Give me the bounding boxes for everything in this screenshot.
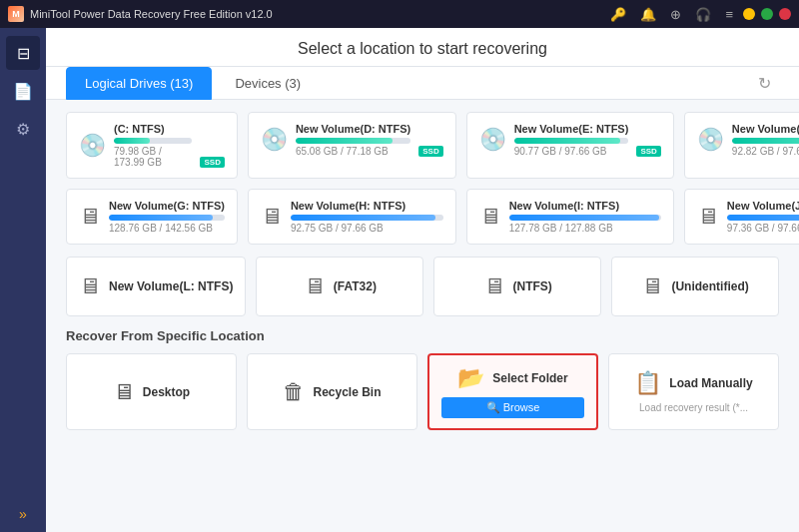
drive-info: New Volume(J: NTFS) 97.36 GB / 97.66 GB	[727, 200, 799, 234]
titlebar: M MiniTool Power Data Recovery Free Edit…	[0, 0, 799, 28]
tab-bar: Logical Drives (13) Devices (3) ↻	[46, 67, 799, 100]
tab-logical-drives[interactable]: Logical Drives (13)	[66, 67, 212, 100]
drive-bar	[109, 215, 225, 221]
scan-icon: ⊟	[17, 44, 30, 63]
drive-size: 79.98 GB / 173.99 GB	[114, 146, 192, 168]
drive-card-j[interactable]: 🖥 New Volume(J: NTFS) 97.36 GB / 97.66 G…	[684, 189, 799, 245]
drive-icon: 🖥	[79, 204, 101, 230]
recycle-name: Recycle Bin	[313, 385, 381, 399]
drive-icon: 🖥	[483, 273, 505, 299]
drive-name: New Volume(I: NTFS)	[509, 200, 661, 212]
drive-name: (C: NTFS)	[114, 123, 192, 135]
drive-card-unidentified[interactable]: 🖥 (Unidentified)	[611, 257, 779, 316]
close-button[interactable]	[779, 8, 791, 20]
drive-icon: 🖥	[641, 273, 663, 299]
page-header: Select a location to start recovering	[46, 28, 799, 67]
drive-card-l[interactable]: 🖥 New Volume(L: NTFS)	[66, 257, 246, 316]
drive-icon: 💿	[79, 133, 106, 159]
app-icon: M	[8, 6, 24, 22]
sidebar-btn-scan[interactable]: ⊟	[6, 36, 40, 70]
page-title: Select a location to start recovering	[298, 40, 547, 57]
drive-icon: 💿	[261, 127, 288, 153]
drive-name: New Volume(H: NTFS)	[291, 200, 443, 212]
drive-name: New Volume(L: NTFS)	[109, 279, 233, 293]
sidebar-btn-results[interactable]: 📄	[6, 74, 40, 108]
maximize-button[interactable]	[761, 8, 773, 20]
drive-size: 65.08 GB / 77.18 GB	[296, 146, 410, 157]
sidebar-btn-settings[interactable]: ⚙	[6, 112, 40, 146]
ssd-badge: SSD	[200, 157, 224, 168]
drive-bar	[296, 138, 410, 144]
drive-size: 90.77 GB / 97.66 GB	[514, 146, 629, 157]
drive-bar	[291, 215, 443, 221]
headphone-icon[interactable]: 🎧	[691, 5, 715, 24]
circle-icon[interactable]: ⊕	[666, 5, 685, 24]
drive-name: New Volume(E: NTFS)	[514, 123, 629, 135]
load-manually-desc: Load recovery result (*...	[639, 402, 748, 413]
drive-icon: 💿	[697, 127, 724, 153]
refresh-button[interactable]: ↻	[750, 70, 779, 97]
ssd-badge: SSD	[636, 146, 660, 157]
location-card-recycle[interactable]: 🗑 Recycle Bin	[247, 353, 417, 430]
desktop-icon: 🖥	[113, 379, 135, 405]
location-card-desktop[interactable]: 🖥 Desktop	[66, 353, 237, 430]
load-manually-name: Load Manually	[669, 376, 752, 390]
drive-name: (NTFS)	[513, 279, 552, 293]
location-card-load-manually[interactable]: 📋 Load Manually Load recovery result (*.…	[608, 353, 779, 430]
drive-size: 97.36 GB / 97.66 GB	[727, 223, 799, 234]
expand-arrows-icon[interactable]: »	[19, 506, 27, 522]
drive-size: 92.75 GB / 97.66 GB	[291, 223, 443, 234]
drive-size: 128.76 GB / 142.56 GB	[109, 223, 225, 234]
drive-icon: 🖥	[79, 273, 101, 299]
drives-grid-text: 🖥 New Volume(L: NTFS) 🖥 (FAT32) 🖥 (NTFS)…	[66, 257, 779, 316]
menu-icon[interactable]: ≡	[721, 5, 737, 24]
drives-area: 💿 (C: NTFS) 79.98 GB / 173.99 GB SSD 💿 N…	[46, 100, 799, 532]
app-title: MiniTool Power Data Recovery Free Editio…	[30, 8, 606, 20]
drive-bar	[509, 215, 661, 221]
drive-card-i[interactable]: 🖥 New Volume(I: NTFS) 127.78 GB / 127.88…	[466, 189, 674, 245]
drive-bar	[514, 138, 629, 144]
drive-card-ntfs[interactable]: 🖥 (NTFS)	[433, 257, 601, 316]
drive-name: (FAT32)	[334, 279, 377, 293]
drive-info: (C: NTFS) 79.98 GB / 173.99 GB	[114, 123, 192, 168]
drive-card-g[interactable]: 🖥 New Volume(G: NTFS) 128.76 GB / 142.56…	[66, 189, 238, 245]
drive-name: New Volume(J: NTFS)	[727, 200, 799, 212]
drive-card-h[interactable]: 🖥 New Volume(H: NTFS) 92.75 GB / 97.66 G…	[248, 189, 456, 245]
bell-icon[interactable]: 🔔	[636, 5, 660, 24]
drive-name: New Volume(G: NTFS)	[109, 200, 225, 212]
drive-card-c[interactable]: 💿 (C: NTFS) 79.98 GB / 173.99 GB SSD	[66, 112, 238, 179]
drive-card-f[interactable]: 💿 New Volume(F: NTFS) 92.82 GB / 97.66 G…	[684, 112, 799, 179]
drive-icon: 🖥	[261, 204, 283, 230]
desktop-name: Desktop	[143, 385, 190, 399]
drive-bar	[732, 138, 799, 144]
drive-card-e[interactable]: 💿 New Volume(E: NTFS) 90.77 GB / 97.66 G…	[466, 112, 674, 179]
minimize-button[interactable]	[743, 8, 755, 20]
drive-icon: 💿	[479, 127, 506, 153]
drive-info: New Volume(D: NTFS) 65.08 GB / 77.18 GB	[296, 123, 410, 157]
load-manually-icon: 📋	[634, 370, 661, 396]
drive-info: New Volume(I: NTFS) 127.78 GB / 127.88 G…	[509, 200, 661, 234]
settings-icon: ⚙	[16, 120, 30, 139]
drive-card-fat32[interactable]: 🖥 (FAT32)	[256, 257, 423, 316]
drive-icon: 🖥	[304, 273, 326, 299]
titlebar-actions: 🔑 🔔 ⊕ 🎧 ≡	[606, 5, 791, 24]
browse-button[interactable]: 🔍 Browse	[441, 397, 584, 418]
location-card-select-folder[interactable]: 📂 Select Folder 🔍 Browse	[427, 353, 598, 430]
drive-info: New Volume(E: NTFS) 90.77 GB / 97.66 GB	[514, 123, 629, 157]
drive-info: New Volume(F: NTFS) 92.82 GB / 97.66 GB	[732, 123, 799, 157]
specific-locations-grid: 🖥 Desktop 🗑 Recycle Bin 📂 Select Folder …	[66, 353, 779, 430]
drive-info: New Volume(H: NTFS) 92.75 GB / 97.66 GB	[291, 200, 443, 234]
specific-location-section: Recover From Specific Location 🖥 Desktop…	[66, 328, 779, 430]
app-container: ⊟ 📄 ⚙ » Select a location to start recov…	[0, 28, 799, 532]
sidebar: ⊟ 📄 ⚙ »	[0, 28, 46, 532]
key-icon[interactable]: 🔑	[606, 5, 630, 24]
drive-name: New Volume(D: NTFS)	[296, 123, 410, 135]
drive-icon: 🖥	[697, 204, 719, 230]
drive-info: New Volume(G: NTFS) 128.76 GB / 142.56 G…	[109, 200, 225, 234]
specific-section-title: Recover From Specific Location	[66, 328, 779, 343]
drive-name: (Unidentified)	[671, 279, 748, 293]
drive-card-d[interactable]: 💿 New Volume(D: NTFS) 65.08 GB / 77.18 G…	[248, 112, 456, 179]
content-area: Select a location to start recovering Lo…	[46, 28, 799, 532]
tab-devices[interactable]: Devices (3)	[216, 67, 320, 100]
select-folder-icon: 📂	[457, 365, 484, 391]
